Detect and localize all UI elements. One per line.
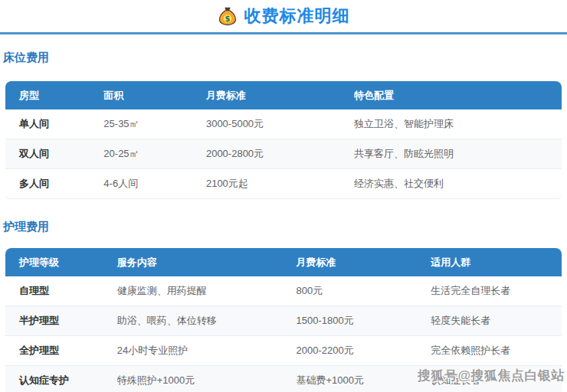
cell-target-group: 完全依赖照护长者 bbox=[417, 336, 562, 366]
section-heading-bed-fees: 床位费用 bbox=[3, 51, 567, 65]
table-row-self-care: 自理型 健康监测、用药提醒 800元 生活完全自理长者 bbox=[5, 276, 562, 306]
cell-target-group: 轻度失能长者 bbox=[417, 306, 562, 336]
cell-monthly-fee: 3000-5000元 bbox=[192, 109, 340, 139]
cell-care-level: 自理型 bbox=[5, 276, 103, 306]
cell-features: 经济实惠、社交便利 bbox=[340, 169, 562, 199]
header-divider bbox=[0, 32, 567, 34]
cell-monthly-fee: 2000-2200元 bbox=[283, 336, 418, 366]
column-header-area: 面积 bbox=[90, 81, 192, 109]
cell-care-level: 半护理型 bbox=[5, 306, 103, 336]
cell-monthly-fee: 2100元起 bbox=[192, 169, 340, 199]
column-header-care-level: 护理等级 bbox=[5, 248, 103, 276]
table-row-double-room: 双人间 20-25㎡ 2000-2800元 共享客厅、防眩光照明 bbox=[5, 139, 562, 169]
table-header-row: 房型 面积 月费标准 特色配置 bbox=[5, 81, 562, 109]
table-row-semi-care: 半护理型 助浴、喂药、体位转移 1500-1800元 轻度失能长者 bbox=[5, 306, 562, 336]
money-bag-icon: $ bbox=[218, 6, 238, 26]
cell-target-group: 生活完全自理长者 bbox=[417, 276, 562, 306]
cell-area: 4-6人间 bbox=[90, 169, 192, 199]
cell-room-type: 多人间 bbox=[5, 169, 90, 199]
sohu-watermark: 搜狐号@搜狐焦点白银站 bbox=[418, 367, 565, 384]
cell-monthly-fee: 基础费+1000元 bbox=[283, 366, 418, 392]
cell-service-content: 助浴、喂药、体位转移 bbox=[103, 306, 283, 336]
cell-service-content: 24小时专业照护 bbox=[103, 336, 283, 366]
section-heading-care-fees: 护理费用 bbox=[3, 220, 567, 234]
column-header-room-type: 房型 bbox=[5, 81, 90, 109]
column-header-service-content: 服务内容 bbox=[103, 248, 283, 276]
cell-features: 独立卫浴、智能护理床 bbox=[340, 109, 562, 139]
cell-monthly-fee: 2000-2800元 bbox=[192, 139, 340, 169]
page-title: 收费标准明细 bbox=[244, 5, 350, 28]
cell-care-level: 认知症专护 bbox=[5, 366, 103, 392]
cell-monthly-fee: 800元 bbox=[283, 276, 418, 306]
bed-fee-table: 房型 面积 月费标准 特色配置 单人间 25-35㎡ 3000-5000元 独立… bbox=[5, 81, 562, 199]
table-row-full-care: 全护理型 24小时专业照护 2000-2200元 完全依赖照护长者 bbox=[5, 336, 562, 366]
column-header-monthly-fee: 月费标准 bbox=[283, 248, 418, 276]
column-header-features: 特色配置 bbox=[340, 81, 562, 109]
cell-features: 共享客厅、防眩光照明 bbox=[340, 139, 562, 169]
cell-room-type: 双人间 bbox=[5, 139, 90, 169]
table-header-row: 护理等级 服务内容 月费标准 适用人群 bbox=[5, 248, 562, 276]
cell-care-level: 全护理型 bbox=[5, 336, 103, 366]
table-row-single-room: 单人间 25-35㎡ 3000-5000元 独立卫浴、智能护理床 bbox=[5, 109, 562, 139]
svg-text:$: $ bbox=[225, 15, 230, 23]
cell-service-content: 特殊照护+1000元 bbox=[103, 366, 283, 392]
column-header-target-group: 适用人群 bbox=[417, 248, 562, 276]
column-header-monthly-fee: 月费标准 bbox=[192, 81, 340, 109]
cell-monthly-fee: 1500-1800元 bbox=[283, 306, 418, 336]
cell-area: 25-35㎡ bbox=[90, 109, 192, 139]
cell-service-content: 健康监测、用药提醒 bbox=[103, 276, 283, 306]
cell-area: 20-25㎡ bbox=[90, 139, 192, 169]
table-row-multi-room: 多人间 4-6人间 2100元起 经济实惠、社交便利 bbox=[5, 169, 562, 199]
cell-room-type: 单人间 bbox=[5, 109, 90, 139]
page-header: $ 收费标准明细 bbox=[0, 0, 567, 32]
